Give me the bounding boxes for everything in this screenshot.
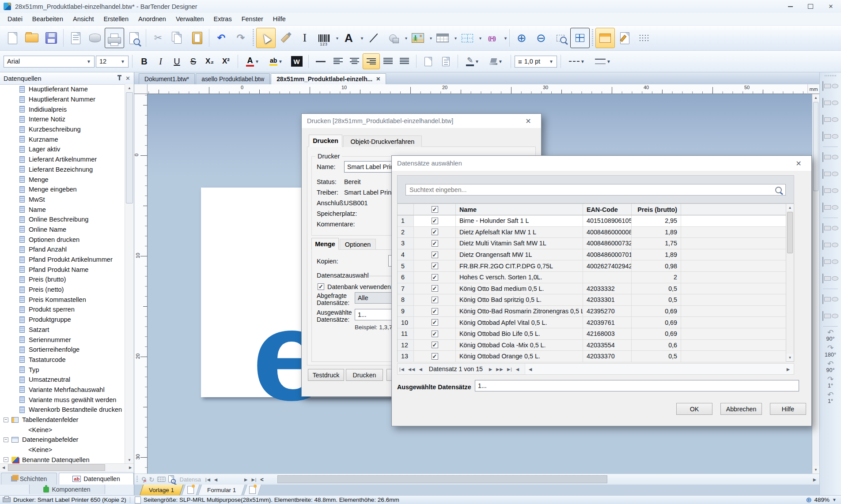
- record-name-cell[interactable]: König Otto Bad medium 0,5 L.: [456, 283, 583, 295]
- menu-item-extras[interactable]: Extras: [209, 14, 237, 24]
- database-icon[interactable]: [85, 28, 105, 48]
- close-icon[interactable]: ✕: [521, 117, 536, 125]
- datasource-field-item[interactable]: Indidiualpreis: [0, 104, 125, 114]
- font-size-combo[interactable]: 12 ▼: [96, 56, 129, 68]
- document-tab[interactable]: Dokument1.btw*: [139, 73, 195, 84]
- line-color-button[interactable]: ✎ ▼: [462, 54, 484, 69]
- tree-vertical-scrollbar[interactable]: ▲ ▼: [125, 84, 134, 464]
- record-name-cell[interactable]: Hohes C versch. Sorten 1,0L.: [456, 272, 583, 283]
- datasource-field-item[interactable]: Seriennummer: [0, 335, 125, 345]
- record-checkbox[interactable]: ✓: [432, 263, 438, 269]
- dash-style-combo[interactable]: ▼: [564, 54, 589, 69]
- record-checkbox-cell[interactable]: ✓: [414, 238, 456, 249]
- datasource-field-item[interactable]: Preis Kommastellen: [0, 294, 125, 305]
- record-ean-cell[interactable]: 4008486000008: [583, 227, 632, 238]
- hilfe-button[interactable]: Hilfe: [770, 403, 806, 415]
- menu-item-hilfe[interactable]: Hilfe: [268, 14, 291, 24]
- scroll-down-icon[interactable]: ▼: [812, 466, 819, 474]
- record-nav-icon[interactable]: ◀: [419, 367, 422, 372]
- record-ean-cell[interactable]: 4002627402942: [583, 260, 632, 272]
- record-nav-icon[interactable]: ▶: [489, 367, 492, 372]
- record-checkbox[interactable]: ✓: [432, 353, 438, 360]
- maximize-button[interactable]: [800, 0, 821, 13]
- record-checkbox[interactable]: ✓: [432, 285, 438, 292]
- align-top-edges-icon[interactable]: [822, 149, 839, 165]
- center-horizontal-icon[interactable]: [822, 183, 839, 199]
- print-dialog-titlebar[interactable]: Drucken [28x51mm_Produktlabel-einzelhand…: [302, 114, 541, 128]
- record-name-cell[interactable]: Dietz Apfelsaft Klar MW 1 L: [456, 227, 583, 238]
- search-box[interactable]: [405, 184, 786, 196]
- same-height-icon[interactable]: [822, 308, 839, 324]
- scroll-left-icon[interactable]: ◀: [0, 464, 7, 471]
- drucken-button[interactable]: Drucken: [346, 369, 383, 381]
- record-ean-cell[interactable]: 42168003: [583, 328, 632, 340]
- record-name-cell[interactable]: König Ottobad Cola -Mix 0,5 L.: [456, 340, 583, 351]
- record-checkbox-cell[interactable]: ✓: [414, 294, 456, 306]
- new-document-icon[interactable]: [3, 28, 22, 48]
- record-price-cell[interactable]: 0,5: [632, 283, 681, 295]
- table-vertical-scrollbar[interactable]: ▲ ▼: [786, 204, 794, 361]
- record-checkbox-cell[interactable]: ✓: [414, 283, 456, 295]
- tab-datenquellen[interactable]: ab Datenquellen: [59, 473, 134, 485]
- datasource-field-item[interactable]: Sortierreihenfolge: [0, 345, 125, 355]
- datasource-field-item[interactable]: Optionen drucken: [0, 234, 125, 244]
- record-price-cell[interactable]: 0,69: [632, 328, 681, 340]
- text-tool-icon[interactable]: A: [339, 28, 364, 48]
- record-price-cell[interactable]: 0,69: [632, 317, 681, 328]
- push-left-icon[interactable]: [822, 112, 839, 128]
- menu-item-verwalten[interactable]: Verwalten: [171, 14, 209, 24]
- datasource-group-item[interactable]: −Dateneingabefelder: [0, 435, 125, 445]
- zoom-fit-icon[interactable]: [570, 28, 590, 48]
- scroll-up-icon[interactable]: ▲: [786, 204, 794, 211]
- tab-komponenten[interactable]: Komponenten: [29, 485, 105, 494]
- tab-optionen[interactable]: Optionen: [340, 239, 376, 250]
- record-nav-icon[interactable]: |◀: [399, 367, 405, 372]
- datasource-field-item[interactable]: Kurzname: [0, 134, 125, 144]
- rotate-90deg-button-2[interactable]: ↶90°: [820, 361, 841, 373]
- center-vertical-icon[interactable]: [822, 199, 839, 215]
- pin-icon[interactable]: [119, 76, 120, 80]
- record-price-cell[interactable]: 0,5: [632, 294, 681, 306]
- datasource-field-item[interactable]: Typ: [0, 365, 125, 375]
- minimize-button[interactable]: [780, 0, 800, 13]
- record-checkbox-cell[interactable]: ✓: [414, 260, 456, 272]
- align-bottom-edges-icon[interactable]: [822, 166, 839, 182]
- align-right-button[interactable]: [363, 53, 380, 69]
- record-name-cell[interactable]: Dietz Multi Vitamin Saft MW 1L: [456, 238, 583, 249]
- header-select-all[interactable]: ✓: [414, 204, 456, 215]
- record-ean-cell[interactable]: 42395270: [583, 306, 632, 317]
- ok-button[interactable]: OK: [676, 403, 712, 415]
- wordart-button[interactable]: W: [288, 54, 305, 69]
- use-database-checkbox[interactable]: ✓: [318, 283, 324, 290]
- record-ean-cell[interactable]: [583, 272, 632, 283]
- document-tab[interactable]: asello Produktlabel.btw: [196, 73, 270, 84]
- superscript-button[interactable]: X²: [218, 54, 234, 69]
- record-checkbox[interactable]: ✓: [432, 319, 438, 326]
- record-nav-icon[interactable]: ▶|: [507, 367, 512, 372]
- save-icon[interactable]: [42, 28, 61, 48]
- record-last-icon[interactable]: ▶|: [251, 477, 257, 482]
- menu-item-fenster[interactable]: Fenster: [237, 14, 268, 24]
- datasource-group-child[interactable]: <Keine>: [0, 445, 125, 455]
- scroll-right-icon[interactable]: ▶: [813, 477, 817, 482]
- grid-tool-icon[interactable]: [458, 28, 482, 48]
- record-price-cell[interactable]: 1,89: [632, 227, 681, 238]
- tab-formular-1[interactable]: Formular 1: [198, 485, 245, 496]
- table-tool-icon[interactable]: [433, 28, 458, 48]
- datasource-field-item[interactable]: Produktgruppe: [0, 315, 125, 325]
- record-checkbox-cell[interactable]: ✓: [414, 328, 456, 340]
- datasource-group-child[interactable]: <Keine>: [0, 425, 125, 435]
- record-ean-cell[interactable]: 4008486000732: [583, 238, 632, 249]
- rfid-tool-icon[interactable]: ((•)): [482, 28, 507, 48]
- canvas-vertical-scrollbar[interactable]: ▲ ▼: [812, 94, 819, 474]
- record-checkbox[interactable]: ✓: [432, 229, 438, 235]
- record-nav-icon[interactable]: ▶▶: [496, 367, 504, 372]
- record-first-icon[interactable]: |◀: [205, 477, 211, 482]
- record-name-cell[interactable]: Birne - Holunder Saft 1 L: [456, 215, 583, 227]
- record-name-cell[interactable]: Dietz Orangensaft MW 1L: [456, 249, 583, 261]
- scroll-up-icon[interactable]: ▲: [812, 94, 819, 102]
- datasource-field-item[interactable]: Hauptlieferant Nummer: [0, 94, 125, 105]
- panel-close-icon[interactable]: ✕: [125, 75, 130, 82]
- close-icon[interactable]: ✕: [791, 159, 806, 168]
- record-checkbox[interactable]: ✓: [432, 218, 438, 224]
